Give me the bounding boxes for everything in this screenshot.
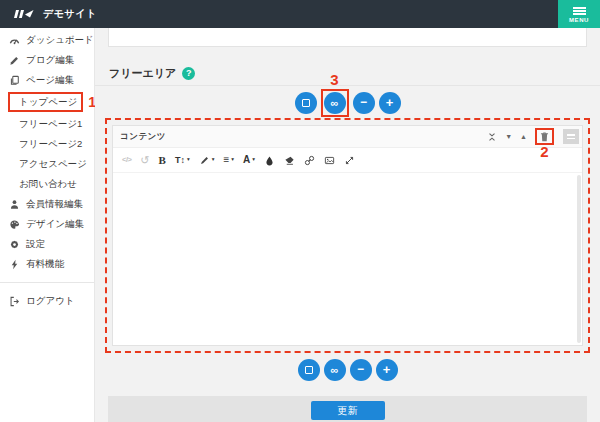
insert-toolbar-top: 3 ∞ − + [95,92,600,114]
sidebar-item-free-page-1[interactable]: フリーページ1 [0,114,94,134]
brand-home-link[interactable]: デモサイト [12,7,97,21]
sidebar-item-logout[interactable]: ログアウト [0,291,94,311]
paragraph-style-icon[interactable]: ≡▾ [223,155,234,165]
sidebar-item-label: トップページ [19,96,77,109]
insert-toolbar-bottom: ∞ − + [95,359,600,381]
dashboard-gauge-icon [9,35,20,46]
sidebar-item-label: フリーページ1 [19,118,82,131]
content-block-title: コンテンツ [120,131,166,143]
sidebar-item-label: アクセスページ [19,158,87,171]
undo-icon[interactable]: ↺ [140,155,149,166]
background-color-icon[interactable] [264,155,275,166]
drag-handle-icon[interactable] [563,129,579,144]
insert-link-icon[interactable] [304,155,315,166]
sidebar-item-blog-edit[interactable]: ブログ編集 [0,50,94,70]
sidebar-item-access-page[interactable]: アクセスページ [0,154,94,174]
sidebar-item-settings[interactable]: 設定 [0,234,94,254]
remove-block-button[interactable]: − [350,359,372,381]
pen-style-icon[interactable]: ▾ [199,155,215,166]
insert-frame-button[interactable] [298,359,320,381]
insert-image-icon[interactable] [324,155,335,166]
topbar: デモサイト MENU [0,0,600,28]
trash-icon [539,131,550,142]
section-divider [95,85,600,86]
move-up-icon[interactable]: ▲ [520,133,527,140]
delete-block-button[interactable] [539,131,550,142]
section-title: フリーエリア [109,66,176,81]
sidebar-item-label: ページ編集 [26,74,74,87]
editor-canvas[interactable] [113,173,582,345]
sidebar-item-label: ログアウト [26,295,75,308]
content-block-controls: ▼ ▲ 2 [487,128,579,145]
remove-block-button[interactable]: − [353,92,375,114]
content-block: コンテンツ ▼ ▲ 2 [112,125,583,346]
menu-button[interactable]: MENU [558,0,600,28]
app-window: デモサイト MENU ダッシュボード ブログ編集 ページ編集 トップペー [0,0,600,422]
update-button[interactable]: 更新 [311,401,385,420]
logout-icon [9,296,20,307]
hamburger-icon [573,6,586,16]
sidebar-item-label: 会員情報編集 [26,198,83,211]
sidebar-item-paid-features[interactable]: 有料機能 [0,254,94,274]
frame-icon [302,99,310,107]
plus-icon: + [383,363,391,376]
content-block-header: コンテンツ ▼ ▲ 2 [113,126,582,148]
link-icon: ∞ [331,365,339,376]
pencil-icon [9,55,20,66]
bolt-icon [9,259,20,270]
sidebar-item-label: 有料機能 [26,258,64,271]
insert-frame-button[interactable] [295,92,317,114]
bold-icon[interactable]: B [159,155,166,166]
font-color-icon[interactable]: A▾ [243,155,255,165]
sidebar-item-contact[interactable]: お問い合わせ [0,174,94,194]
sidebar-item-top-page-row: トップページ 1 [0,90,94,114]
sidebar-item-member-edit[interactable]: 会員情報編集 [0,194,94,214]
sidebar-item-label: ダッシュボード [26,34,94,47]
annotation-dashed-outline: コンテンツ ▼ ▲ 2 [105,118,590,353]
user-icon [9,199,20,210]
plus-icon: + [386,96,394,109]
gear-icon [9,239,20,250]
insert-link-button[interactable]: ∞ [324,92,346,114]
sidebar-item-free-page-2[interactable]: フリーページ2 [0,134,94,154]
frame-icon [305,366,313,374]
editor-toolbar: </> ↺ B T↕▾ ▾ ≡▾ A▾ [113,148,582,173]
fullscreen-icon[interactable] [344,155,355,166]
site-title: デモサイト [43,7,97,21]
scrolled-card-remnant [108,28,587,47]
menu-button-label: MENU [569,17,589,23]
sidebar-item-dashboard[interactable]: ダッシュボード [0,30,94,50]
help-icon[interactable]: ? [182,67,195,80]
palette-icon [9,219,20,230]
add-block-button[interactable]: + [376,359,398,381]
sidebar-item-label: フリーページ2 [19,138,82,151]
sidebar-item-design-edit[interactable]: デザイン編集 [0,214,94,234]
add-block-button[interactable]: + [379,92,401,114]
main-content: フリーエリア ? 3 ∞ − + コンテンツ [95,28,600,422]
sidebar-item-page-edit[interactable]: ページ編集 [0,70,94,90]
sidebar-item-label: ブログ編集 [26,54,74,67]
sidebar-item-label: お問い合わせ [19,178,77,191]
clear-format-icon[interactable] [284,155,295,166]
sidebar-divider [0,282,94,283]
sidebar-item-label: 設定 [26,238,45,251]
minus-icon: − [357,363,364,375]
annotation-step-2: 2 [540,144,548,159]
collapse-vertical-icon[interactable] [487,132,497,142]
link-icon: ∞ [331,98,339,109]
annotation-step-3: 3 [330,72,338,87]
code-view-icon[interactable]: </> [122,156,131,164]
sidebar-item-top-page[interactable]: トップページ [8,92,83,112]
annotation-box-step-3: 3 ∞ [321,89,349,117]
move-down-icon[interactable]: ▼ [505,133,512,140]
insert-link-button[interactable]: ∞ [324,359,346,381]
minus-icon: − [360,96,367,108]
sidebar: ダッシュボード ブログ編集 ページ編集 トップページ 1 フリーページ1 フリー… [0,28,95,422]
footer-bar: 更新 [108,396,587,422]
editor-scrollbar[interactable] [577,175,581,343]
font-size-icon[interactable]: T↕▾ [175,156,190,165]
annotation-box-step-2: 2 [535,128,554,145]
section-header: フリーエリア ? [109,65,600,81]
site-logo-icon [12,7,36,21]
pages-icon [9,75,20,86]
